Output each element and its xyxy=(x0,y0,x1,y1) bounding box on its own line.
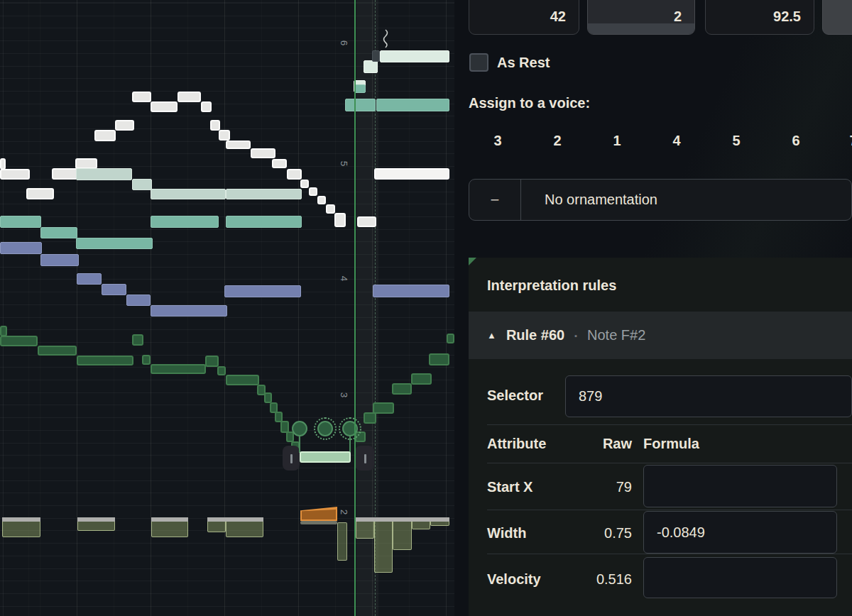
midi-note-mint[interactable] xyxy=(151,189,226,199)
midi-note-green[interactable] xyxy=(77,356,133,365)
value-box-2[interactable]: 2 xyxy=(587,0,695,35)
midi-note-green[interactable] xyxy=(205,356,219,367)
midi-note-white[interactable] xyxy=(334,213,346,227)
ornament-node[interactable] xyxy=(317,421,333,436)
midi-note-olive[interactable] xyxy=(151,517,188,537)
midi-note-white[interactable] xyxy=(272,159,287,168)
midi-note-ocap[interactable] xyxy=(300,521,337,524)
voice-button-6[interactable]: 6 xyxy=(767,121,825,161)
midi-note-white[interactable] xyxy=(115,120,134,131)
midi-note-green[interactable] xyxy=(447,334,454,343)
midi-note-white[interactable] xyxy=(251,148,275,158)
midi-note-green[interactable] xyxy=(373,402,394,414)
midi-note-white[interactable] xyxy=(210,120,220,131)
midi-note-white[interactable] xyxy=(309,187,317,196)
midi-note-green[interactable] xyxy=(411,373,432,385)
midi-note-blue[interactable] xyxy=(224,285,301,297)
midi-note-olive[interactable] xyxy=(430,517,449,526)
midi-note-olive[interactable] xyxy=(2,517,40,537)
midi-note-blue[interactable] xyxy=(126,295,151,306)
midi-note-green[interactable] xyxy=(226,375,259,385)
midi-note-teal[interactable] xyxy=(0,216,41,228)
midi-note-white[interactable] xyxy=(52,168,78,180)
voice-button-1[interactable]: 1 xyxy=(588,121,646,161)
midi-note-white[interactable] xyxy=(26,188,54,199)
midi-note-white[interactable] xyxy=(357,216,376,227)
midi-note-white[interactable] xyxy=(151,101,178,112)
midi-note-mint[interactable] xyxy=(132,179,152,190)
midi-note-teal[interactable] xyxy=(151,216,219,228)
midi-note-green[interactable] xyxy=(142,355,151,365)
midi-note-white[interactable] xyxy=(219,130,230,141)
ornament-node[interactable] xyxy=(292,421,307,436)
as-rest-checkbox[interactable] xyxy=(469,53,488,72)
midi-note-white[interactable] xyxy=(201,101,212,112)
midi-note-olive[interactable] xyxy=(207,517,226,532)
midi-note-teal[interactable] xyxy=(40,227,77,238)
midi-note-blue[interactable] xyxy=(40,254,79,266)
midi-note-teal[interactable] xyxy=(226,216,302,228)
midi-note-white[interactable] xyxy=(178,92,201,102)
midi-note-teal[interactable] xyxy=(345,99,376,111)
formula-input-velocity[interactable] xyxy=(643,557,837,598)
midi-note-mintlight[interactable] xyxy=(364,60,378,73)
voice-button-3[interactable]: 3 xyxy=(469,121,527,161)
midi-note-teal[interactable] xyxy=(354,84,366,93)
playhead-line[interactable] xyxy=(354,0,356,616)
midi-note-white[interactable] xyxy=(326,204,335,214)
midi-note-white[interactable] xyxy=(94,130,116,141)
midi-note-mint[interactable] xyxy=(76,168,132,180)
midi-note-green[interactable] xyxy=(132,334,143,346)
midi-note-green[interactable] xyxy=(355,431,366,442)
midi-note-green[interactable] xyxy=(0,326,7,336)
collapse-triangle-icon[interactable]: ▲ xyxy=(487,330,496,341)
midi-note-olive[interactable] xyxy=(412,517,430,529)
midi-note-olive[interactable] xyxy=(77,517,115,531)
midi-note-blue[interactable] xyxy=(77,273,102,285)
selector-input[interactable]: 879 xyxy=(565,375,852,417)
midi-note-olive[interactable] xyxy=(393,517,412,550)
midi-note-olive2[interactable] xyxy=(337,522,347,561)
value-box-4[interactable] xyxy=(822,0,852,35)
bracket-handle[interactable] xyxy=(355,446,374,471)
midi-note-green[interactable] xyxy=(151,364,206,374)
selected-note[interactable] xyxy=(300,451,351,463)
midi-note-white[interactable] xyxy=(317,196,326,204)
formula-input-startx[interactable] xyxy=(643,465,837,507)
formula-input-width[interactable]: -0.0849 xyxy=(643,511,837,554)
voice-button-5[interactable]: 5 xyxy=(707,121,765,161)
midi-note-white[interactable] xyxy=(287,169,302,180)
midi-note-olive[interactable] xyxy=(226,517,263,537)
midi-note-green[interactable] xyxy=(0,336,38,346)
midi-note-olive[interactable] xyxy=(374,517,393,573)
midi-note-green[interactable] xyxy=(38,346,77,356)
midi-note-green[interactable] xyxy=(392,383,412,395)
bracket-handle[interactable] xyxy=(283,446,300,471)
midi-note-bright[interactable] xyxy=(374,168,449,180)
value-box-3[interactable]: 92.5 xyxy=(705,0,814,35)
midi-note-white[interactable] xyxy=(75,158,97,169)
midi-note-blue[interactable] xyxy=(373,285,449,297)
midi-note-white[interactable] xyxy=(0,169,30,180)
midi-note-blue[interactable] xyxy=(0,242,42,254)
midi-note-notch[interactable] xyxy=(372,50,380,62)
midi-note-olive[interactable] xyxy=(356,517,374,539)
ornamentation-select[interactable]: − No ornamentation xyxy=(469,179,852,221)
midi-note-mint[interactable] xyxy=(226,189,302,199)
voice-button-2[interactable]: 2 xyxy=(528,121,586,161)
rule-header-row[interactable]: ▲ Rule #60 ▪ Note F#2 xyxy=(469,312,852,359)
midi-note-blue[interactable] xyxy=(102,284,126,295)
midi-note-white[interactable] xyxy=(300,180,309,188)
minus-icon[interactable]: − xyxy=(469,180,521,220)
midi-note-mintlight[interactable] xyxy=(380,50,449,62)
voice-button-4[interactable]: 4 xyxy=(648,121,706,161)
midi-note-white[interactable] xyxy=(132,92,151,102)
midi-note-green[interactable] xyxy=(429,353,449,365)
midi-note-teal[interactable] xyxy=(376,99,449,111)
midi-note-white[interactable] xyxy=(0,158,6,170)
midi-note-white[interactable] xyxy=(226,141,251,149)
voice-button-7[interactable]: 7 xyxy=(826,121,852,161)
midi-note-blue[interactable] xyxy=(151,305,227,317)
midi-note-green[interactable] xyxy=(364,412,376,424)
midi-note-green[interactable] xyxy=(264,392,272,403)
